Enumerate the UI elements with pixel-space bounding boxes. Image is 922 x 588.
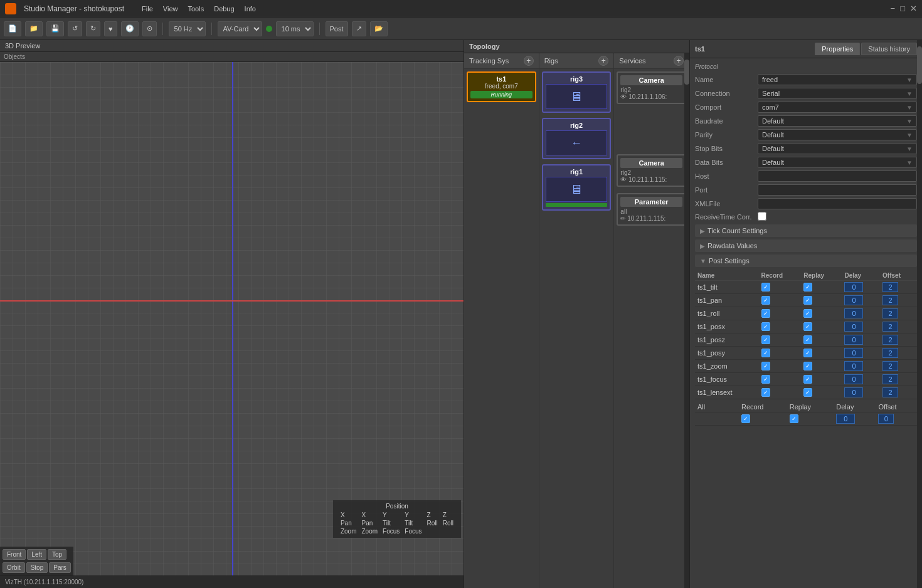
row-delay-input-8[interactable] <box>844 387 863 397</box>
post-all-delay-field[interactable] <box>836 414 855 424</box>
menu-view[interactable]: View <box>163 5 178 13</box>
row-offset-input-5[interactable] <box>882 348 898 358</box>
rigs-add-button[interactable]: + <box>598 56 608 66</box>
props-scrollbar[interactable] <box>917 40 922 588</box>
row-offset-6[interactable] <box>880 360 917 373</box>
row-offset-8[interactable] <box>880 386 917 399</box>
row-record-0[interactable] <box>759 281 802 294</box>
redo-button[interactable]: ↻ <box>86 21 100 36</box>
minimize-button[interactable]: − <box>891 4 896 13</box>
row-offset-input-4[interactable] <box>882 335 898 345</box>
row-delay-input-4[interactable] <box>844 335 863 345</box>
row-replay-cb-0[interactable] <box>803 283 812 291</box>
row-offset-5[interactable] <box>880 347 917 360</box>
rig3-node[interactable]: rig3 🖥 <box>542 71 612 113</box>
post-config-button[interactable]: ↗ <box>352 21 366 36</box>
post-settings-header[interactable]: ▼ Post Settings <box>695 255 917 267</box>
row-offset-7[interactable] <box>880 373 917 386</box>
post-all-replay-checkbox[interactable] <box>790 414 798 423</box>
row-offset-0[interactable] <box>880 281 917 294</box>
row-delay-4[interactable] <box>842 333 880 347</box>
row-offset-input-1[interactable] <box>882 295 898 305</box>
stopbits-select[interactable]: Default ▼ <box>758 143 917 154</box>
name-select[interactable]: freed ▼ <box>758 74 917 85</box>
row-record-cb-4[interactable] <box>761 335 770 344</box>
row-offset-input-8[interactable] <box>882 387 898 397</box>
row-replay-3[interactable] <box>801 320 842 333</box>
tab-properties[interactable]: Properties <box>815 43 860 55</box>
row-replay-7[interactable] <box>801 373 842 386</box>
stop-view-button[interactable]: Stop <box>26 562 48 573</box>
parameter-service[interactable]: Parameter all ✏ 10.211.1.115: <box>617 193 686 226</box>
row-replay-cb-6[interactable] <box>803 362 812 370</box>
row-record-cb-7[interactable] <box>761 375 770 384</box>
menu-debug[interactable]: Debug <box>214 5 234 13</box>
row-replay-4[interactable] <box>801 333 842 347</box>
row-record-cb-3[interactable] <box>761 322 770 331</box>
row-record-cb-2[interactable] <box>761 309 770 318</box>
row-replay-cb-4[interactable] <box>803 335 812 344</box>
row-replay-cb-7[interactable] <box>803 375 812 384</box>
preview-canvas[interactable]: Position X X Y Y Z Z Pan Pan Tilt Tilt <box>0 62 464 575</box>
row-record-3[interactable] <box>759 320 802 333</box>
row-record-cb-8[interactable] <box>761 388 770 397</box>
row-offset-3[interactable] <box>880 320 917 333</box>
row-replay-cb-2[interactable] <box>803 309 812 318</box>
row-offset-input-0[interactable] <box>882 282 898 292</box>
topology-scrollbar-thumb[interactable] <box>684 60 689 85</box>
post-all-delay-input[interactable] <box>834 412 876 426</box>
row-delay-input-1[interactable] <box>844 295 863 305</box>
front-view-button[interactable]: Front <box>3 549 26 560</box>
row-delay-input-5[interactable] <box>844 348 863 358</box>
left-view-button[interactable]: Left <box>27 549 46 560</box>
save-button[interactable]: 💾 <box>46 21 64 36</box>
row-record-cb-0[interactable] <box>761 283 770 291</box>
row-replay-cb-5[interactable] <box>803 349 812 357</box>
row-replay-1[interactable] <box>801 294 842 307</box>
row-record-8[interactable] <box>759 386 802 399</box>
row-offset-2[interactable] <box>880 307 917 320</box>
row-delay-input-2[interactable] <box>844 308 863 318</box>
row-replay-6[interactable] <box>801 360 842 373</box>
post-all-replay-cb[interactable] <box>787 412 834 426</box>
post-all-offset-input[interactable] <box>876 412 917 426</box>
row-record-5[interactable] <box>759 347 802 360</box>
tick-count-header[interactable]: ▶ Tick Count Settings <box>695 224 917 237</box>
row-record-1[interactable] <box>759 294 802 307</box>
row-offset-input-6[interactable] <box>882 361 898 371</box>
row-offset-input-3[interactable] <box>882 322 898 332</box>
row-delay-0[interactable] <box>842 281 880 294</box>
row-record-cb-6[interactable] <box>761 362 770 370</box>
heart-button[interactable]: ♥ <box>104 21 117 36</box>
row-replay-cb-1[interactable] <box>803 296 812 305</box>
row-offset-1[interactable] <box>880 294 917 307</box>
row-replay-8[interactable] <box>801 386 842 399</box>
camera-service-2[interactable]: Camera rig2 👁 10.211.1.115: <box>617 154 686 187</box>
row-delay-input-3[interactable] <box>844 322 863 332</box>
folder-button[interactable]: 📂 <box>370 21 388 36</box>
row-replay-cb-8[interactable] <box>803 388 812 397</box>
row-delay-5[interactable] <box>842 347 880 360</box>
camera-service-1[interactable]: Camera rig2 👁 10.211.1.106: <box>617 71 686 104</box>
row-record-7[interactable] <box>759 373 802 386</box>
parity-select[interactable]: Default ▼ <box>758 129 917 140</box>
rawdata-header[interactable]: ▶ Rawdata Values <box>695 239 917 252</box>
close-button[interactable]: ✕ <box>910 4 917 13</box>
row-record-6[interactable] <box>759 360 802 373</box>
menu-tools[interactable]: Tools <box>188 5 204 13</box>
row-delay-3[interactable] <box>842 320 880 333</box>
xmlfile-input[interactable] <box>758 198 917 209</box>
row-record-2[interactable] <box>759 307 802 320</box>
orbit-view-button[interactable]: Orbit <box>3 562 25 573</box>
tracking-sys-add-button[interactable]: + <box>524 56 534 66</box>
host-input[interactable] <box>758 171 917 182</box>
maximize-button[interactable]: □ <box>900 4 905 13</box>
pars-view-button[interactable]: Pars <box>49 562 71 573</box>
top-view-button[interactable]: Top <box>48 549 66 560</box>
databits-select[interactable]: Default ▼ <box>758 157 917 168</box>
rig2-node[interactable]: rig2 ← <box>542 118 612 159</box>
row-record-cb-1[interactable] <box>761 296 770 305</box>
row-replay-cb-3[interactable] <box>803 322 812 331</box>
row-offset-input-2[interactable] <box>882 308 898 318</box>
row-delay-input-0[interactable] <box>844 282 863 292</box>
